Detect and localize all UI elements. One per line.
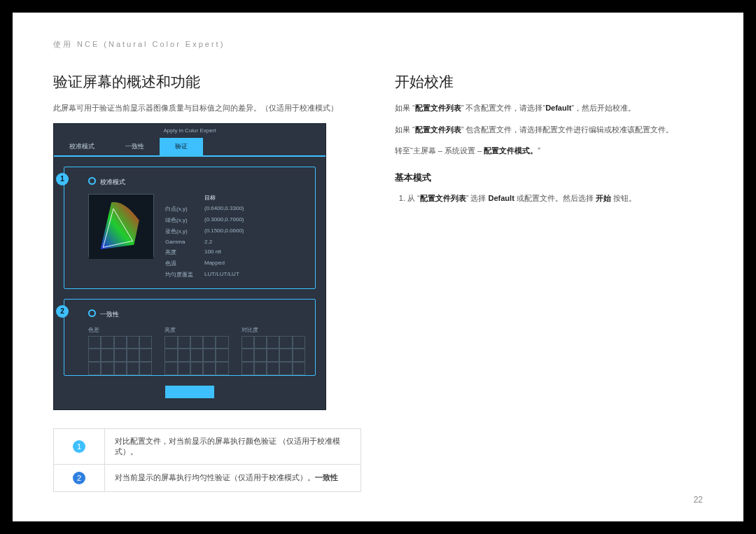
ss-panel1-title: 校准模式 — [88, 177, 305, 187]
right-p1: 如果 “配置文件列表” 不含配置文件，请选择“Default”，然后开始校准。 — [395, 101, 703, 115]
ss-panel2-title: 一致性 — [88, 309, 305, 319]
screenshot-figure: Apply in Color Expert 校准模式 一致性 验证 1 校准模式 — [53, 123, 326, 410]
spec-label: 亮度 — [165, 248, 193, 256]
right-p3: 转至“主屏幕 – 系统设置 – 配置文件模式。” — [395, 144, 703, 157]
steps-list: 从 “配置文件列表” 选择 Default 或配置文件。然后选择 开始 按钮。 — [395, 191, 703, 206]
callout-badge-1: 1 — [73, 440, 85, 453]
left-heading: 验证屏幕的概述和功能 — [53, 72, 361, 92]
ss-panel1-num: 1 — [56, 173, 69, 185]
callout-text-2: 对当前显示的屏幕执行均匀性验证（仅适用于校准模式）。一致性 — [105, 464, 361, 491]
ss-titlebar: Apply in Color Expert — [54, 124, 326, 138]
list-item: 从 “配置文件列表” 选择 Default 或配置文件。然后选择 开始 按钮。 — [407, 191, 703, 206]
spec-label: 白点(x,y) — [165, 205, 193, 213]
ss-tab-0[interactable]: 校准模式 — [54, 138, 110, 155]
callout-table: 1 对比配置文件，对当前显示的屏幕执行颜色验证 （仅适用于校准模式）。 2 对当… — [53, 428, 361, 492]
spec-label: 均匀度覆盖 — [165, 271, 193, 279]
left-intro: 此屏幕可用于验证当前显示器图像质量与目标值之间的差异。（仅适用于校准模式） — [53, 101, 361, 115]
ss-tab-1[interactable]: 一致性 — [110, 138, 160, 155]
ugrid-2: 对比度 — [241, 326, 305, 365]
right-column: 开始校准 如果 “配置文件列表” 不含配置文件，请选择“Default”，然后开… — [395, 72, 703, 492]
breadcrumb: 使用 NCE (Natural Color Expert) — [53, 39, 703, 50]
ss-panel-1: 1 校准模式 — [64, 167, 316, 289]
ss-start-button[interactable] — [165, 386, 214, 398]
table-row: 2 对当前显示的屏幕执行均匀性验证（仅适用于校准模式）。一致性 — [54, 464, 361, 491]
ss-panel-2: 2 一致性 色差 亮度 — [64, 299, 316, 376]
callout-badge-2: 2 — [73, 472, 85, 484]
left-column: 验证屏幕的概述和功能 此屏幕可用于验证当前显示器图像质量与目标值之间的差异。（仅… — [53, 72, 361, 492]
manual-page: 使用 NCE (Natural Color Expert) 验证屏幕的概述和功能… — [13, 13, 743, 521]
table-row: 1 对比配置文件，对当前显示的屏幕执行颜色验证 （仅适用于校准模式）。 — [54, 428, 361, 464]
right-heading: 开始校准 — [395, 72, 703, 92]
page-number: 22 — [694, 495, 703, 505]
ss-spec-table: 目标 白点(x,y)(0.6400,0.3300) 绿色(x,y)(0.3000… — [165, 194, 305, 279]
right-subheading: 基本模式 — [395, 171, 703, 184]
spec-label: Gamma — [165, 239, 193, 245]
ss-panel2-num: 2 — [56, 305, 69, 318]
ugrid-0: 色差 — [88, 326, 152, 365]
ss-tab-2[interactable]: 验证 — [160, 138, 203, 155]
spec-label: 蓝色(x,y) — [165, 227, 193, 235]
gamut-triangle — [88, 194, 154, 257]
spec-label: 色温 — [165, 260, 193, 267]
ugrid-1: 亮度 — [164, 326, 228, 365]
spec-label: 绿色(x,y) — [165, 216, 193, 224]
callout-text-1: 对比配置文件，对当前显示的屏幕执行颜色验证 （仅适用于校准模式）。 — [105, 428, 361, 464]
ss-tabs: 校准模式 一致性 验证 — [54, 138, 326, 157]
right-p2: 如果 “配置文件列表” 包含配置文件，请选择配置文件进行编辑或校准该配置文件。 — [395, 123, 703, 136]
